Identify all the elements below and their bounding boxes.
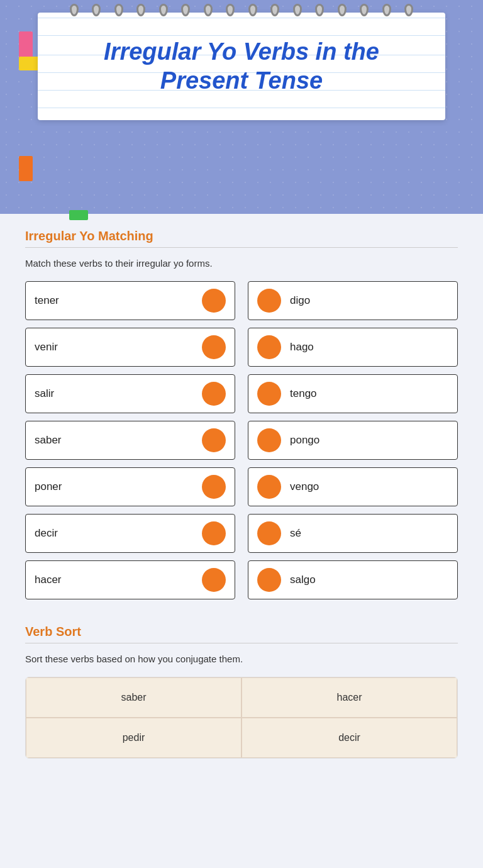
match-circle-right-2[interactable] [257,382,281,406]
match-box-left-2[interactable]: salir [25,374,235,413]
sort-cell-0[interactable]: saber [26,677,242,718]
ring [270,4,279,16]
match-circle-right-0[interactable] [257,289,281,313]
matching-section-title: Irregular Yo Matching [25,229,458,243]
matching-row: salir tengo [25,374,458,413]
match-circle-left-2[interactable] [202,382,226,406]
ring [293,4,302,16]
match-verb-right-2: tengo [290,387,317,400]
match-verb-left-2: salir [35,387,54,400]
ring [248,4,257,16]
match-verb-left-3: saber [35,434,62,447]
match-verb-left-6: hacer [35,574,62,586]
match-box-right-4[interactable]: vengo [248,467,458,506]
match-verb-right-4: vengo [290,481,319,493]
ring [92,4,101,16]
page-title: Irregular Yo Verbs in the Present Tense [63,31,420,95]
match-box-left-5[interactable]: decir [25,514,235,553]
notebook: Irregular Yo Verbs in the Present Tense [38,13,445,120]
ring [204,4,213,16]
match-verb-right-5: sé [290,527,301,540]
match-verb-left-5: decir [35,527,58,540]
match-circle-right-1[interactable] [257,335,281,359]
matching-row: hacer salgo [25,560,458,599]
verb-sort-section: Verb Sort Sort these verbs based on how … [25,625,458,759]
match-circle-right-5[interactable] [257,521,281,545]
match-circle-left-1[interactable] [202,335,226,359]
matching-row: poner vengo [25,467,458,506]
matching-grid: tener digo venir hago [25,281,458,599]
match-box-right-2[interactable]: tengo [248,374,458,413]
match-circle-right-4[interactable] [257,475,281,499]
ring [181,4,190,16]
verb-sort-instruction: Sort these verbs based on how you conjug… [25,654,458,664]
match-box-left-3[interactable]: saber [25,421,235,460]
sort-grid: saber hacer pedir decir [25,677,458,759]
match-box-right-3[interactable]: pongo [248,421,458,460]
match-verb-left-4: poner [35,481,62,493]
match-verb-right-3: pongo [290,434,319,447]
ring [315,4,324,16]
sort-cell-1[interactable]: hacer [242,677,457,718]
ring [159,4,168,16]
section-divider [25,247,458,248]
match-box-right-1[interactable]: hago [248,328,458,367]
match-verb-right-1: hago [290,341,314,353]
match-box-left-1[interactable]: venir [25,328,235,367]
match-box-left-6[interactable]: hacer [25,560,235,599]
verb-sort-divider [25,643,458,643]
ring [136,4,145,16]
sort-cell-2[interactable]: pedir [26,718,242,758]
sticky-note-green [69,210,88,220]
match-box-right-0[interactable]: digo [248,281,458,320]
match-circle-right-6[interactable] [257,568,281,592]
match-box-right-5[interactable]: sé [248,514,458,553]
match-verb-right-6: salgo [290,574,316,586]
match-verb-right-0: digo [290,294,310,307]
match-box-left-4[interactable]: poner [25,467,235,506]
matching-section: Irregular Yo Matching Match these verbs … [25,229,458,599]
match-circle-right-3[interactable] [257,428,281,452]
sort-cell-3[interactable]: decir [242,718,457,758]
match-verb-left-0: tener [35,294,59,307]
ring [360,4,369,16]
match-box-left-0[interactable]: tener [25,281,235,320]
matching-instruction: Match these verbs to their irregular yo … [25,258,458,269]
match-circle-left-5[interactable] [202,521,226,545]
match-circle-left-4[interactable] [202,475,226,499]
matching-row: venir hago [25,328,458,367]
sort-row-1: saber hacer [26,677,457,718]
ring [338,4,347,16]
verb-sort-title: Verb Sort [25,625,458,639]
sticky-note-orange [19,156,33,181]
ring [226,4,235,16]
ring [70,4,79,16]
ring [382,4,391,16]
match-circle-left-3[interactable] [202,428,226,452]
matching-row: tener digo [25,281,458,320]
matching-row: decir sé [25,514,458,553]
match-verb-left-1: venir [35,341,58,353]
notebook-rings [63,4,420,16]
matching-row: saber pongo [25,421,458,460]
ring [114,4,123,16]
match-box-right-6[interactable]: salgo [248,560,458,599]
match-circle-left-0[interactable] [202,289,226,313]
ring [404,4,413,16]
header-section: Irregular Yo Verbs in the Present Tense [0,0,483,214]
match-circle-left-6[interactable] [202,568,226,592]
main-content: Irregular Yo Matching Match these verbs … [0,214,483,868]
sort-row-2: pedir decir [26,718,457,758]
